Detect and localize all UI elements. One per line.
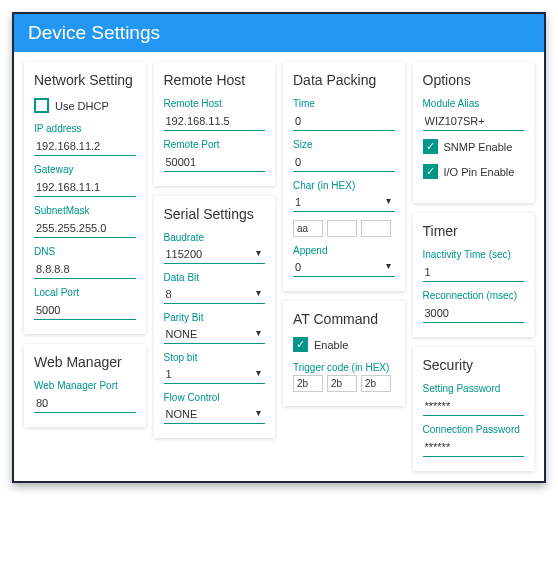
ip-input[interactable] [34,137,136,156]
at-command-card: AT Command ✓ Enable Trigger code (in HEX… [283,301,405,406]
web-port-label: Web Manager Port [34,380,136,391]
trigger-label: Trigger code (in HEX) [293,362,395,373]
char-select[interactable]: 1 [293,193,395,212]
databit-select[interactable]: 8 [164,285,266,304]
use-dhcp-row[interactable]: Use DHCP [34,98,136,113]
gateway-label: Gateway [34,164,136,175]
local-port-label: Local Port [34,287,136,298]
web-port-input[interactable] [34,394,136,413]
serial-settings-card: Serial Settings Baudrate115200 Data Bit8… [154,196,276,438]
char-label: Char (in HEX) [293,180,395,191]
dns-input[interactable] [34,260,136,279]
remote-host-input[interactable] [164,112,266,131]
time-label: Time [293,98,395,109]
security-card: Security Setting Password Connection Pas… [413,347,535,471]
size-label: Size [293,139,395,150]
baudrate-select[interactable]: 115200 [164,245,266,264]
card-title: Timer [423,223,525,239]
hex1-input[interactable] [293,220,323,237]
card-title: Serial Settings [164,206,266,222]
subnet-label: SubnetMask [34,205,136,216]
column-4: Options Module Alias ✓ SNMP Enable ✓ I/O… [413,62,535,471]
subnet-input[interactable] [34,219,136,238]
dns-label: DNS [34,246,136,257]
device-settings-window: Device Settings Network Setting Use DHCP… [12,12,546,483]
at-enable-label: Enable [314,339,348,351]
parity-select[interactable]: NONE [164,325,266,344]
checkbox-empty-icon[interactable] [34,98,49,113]
content-area: Network Setting Use DHCP IP address Gate… [14,52,544,481]
ip-label: IP address [34,123,136,134]
card-title: Data Packing [293,72,395,88]
reconnection-input[interactable] [423,304,525,323]
stopbit-select[interactable]: 1 [164,365,266,384]
card-title: Options [423,72,525,88]
page-title: Device Settings [14,14,544,52]
checkbox-checked-icon[interactable]: ✓ [423,164,438,179]
hex2-input[interactable] [327,220,357,237]
parity-label: Parity Bit [164,312,266,323]
append-label: Append [293,245,395,256]
size-input[interactable] [293,153,395,172]
io-label: I/O Pin Enable [444,166,515,178]
alias-input[interactable] [423,112,525,131]
remote-host-card: Remote Host Remote Host Remote Port [154,62,276,186]
column-1: Network Setting Use DHCP IP address Gate… [24,62,146,427]
card-title: Web Manager [34,354,136,370]
network-setting-card: Network Setting Use DHCP IP address Gate… [24,62,146,334]
trig1-input[interactable] [293,375,323,392]
conn-pw-label: Connection Password [423,424,525,435]
at-enable-row[interactable]: ✓ Enable [293,337,395,352]
snmp-label: SNMP Enable [444,141,513,153]
setting-pw-label: Setting Password [423,383,525,394]
remote-port-input[interactable] [164,153,266,172]
conn-pw-input[interactable] [423,438,525,457]
inactivity-input[interactable] [423,263,525,282]
flowcontrol-label: Flow Control [164,392,266,403]
card-title: Network Setting [34,72,136,88]
card-title: AT Command [293,311,395,327]
flowcontrol-select[interactable]: NONE [164,405,266,424]
column-3: Data Packing Time Size Char (in HEX)1 Ap… [283,62,405,406]
options-card: Options Module Alias ✓ SNMP Enable ✓ I/O… [413,62,535,203]
gateway-input[interactable] [34,178,136,197]
remote-host-label: Remote Host [164,98,266,109]
databit-label: Data Bit [164,272,266,283]
card-title: Remote Host [164,72,266,88]
trig2-input[interactable] [327,375,357,392]
web-manager-card: Web Manager Web Manager Port [24,344,146,427]
hex3-input[interactable] [361,220,391,237]
timer-card: Timer Inactivity Time (sec) Reconnection… [413,213,535,337]
snmp-row[interactable]: ✓ SNMP Enable [423,139,525,154]
time-input[interactable] [293,112,395,131]
checkbox-checked-icon[interactable]: ✓ [423,139,438,154]
use-dhcp-label: Use DHCP [55,100,109,112]
trig3-input[interactable] [361,375,391,392]
remote-port-label: Remote Port [164,139,266,150]
io-row[interactable]: ✓ I/O Pin Enable [423,164,525,179]
alias-label: Module Alias [423,98,525,109]
card-title: Security [423,357,525,373]
append-select[interactable]: 0 [293,258,395,277]
data-packing-card: Data Packing Time Size Char (in HEX)1 Ap… [283,62,405,291]
column-2: Remote Host Remote Host Remote Port Seri… [154,62,276,438]
checkbox-checked-icon[interactable]: ✓ [293,337,308,352]
inactivity-label: Inactivity Time (sec) [423,249,525,260]
local-port-input[interactable] [34,301,136,320]
setting-pw-input[interactable] [423,397,525,416]
reconnection-label: Reconnection (msec) [423,290,525,301]
baudrate-label: Baudrate [164,232,266,243]
stopbit-label: Stop bit [164,352,266,363]
